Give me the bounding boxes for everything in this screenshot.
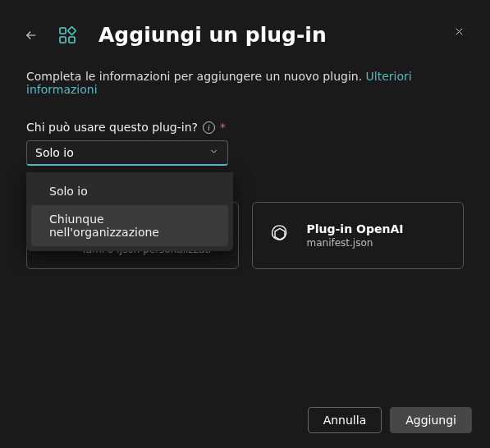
close-icon xyxy=(453,25,465,38)
app-plugin-icon xyxy=(57,25,77,45)
close-button[interactable] xyxy=(447,20,470,43)
required-indicator: * xyxy=(220,121,226,134)
dialog-title: Aggiungi un plug-in xyxy=(98,23,327,47)
permission-label: Chi può usare questo plug-in? i * xyxy=(26,121,464,134)
permission-label-text: Chi può usare questo plug-in? xyxy=(26,121,198,134)
cancel-button[interactable]: Annulla xyxy=(308,407,382,433)
chevron-down-icon xyxy=(208,146,219,159)
svg-rect-2 xyxy=(69,37,75,43)
arrow-left-icon xyxy=(24,28,39,43)
svg-rect-1 xyxy=(60,37,66,43)
intro-text: Completa le informazioni per aggiungere … xyxy=(26,70,464,96)
back-button[interactable] xyxy=(20,24,43,47)
card-subtitle: manifest.json xyxy=(307,237,404,249)
dropdown-option-org[interactable]: Chiunque nell'organizzazione xyxy=(31,205,228,246)
dropdown-option-solo-io[interactable]: Solo io xyxy=(31,177,228,205)
svg-rect-0 xyxy=(60,28,66,34)
svg-rect-3 xyxy=(68,26,76,34)
card-title: Plug-in OpenAI xyxy=(307,222,404,235)
permission-select[interactable]: Solo io xyxy=(26,140,228,166)
permission-selected-value: Solo io xyxy=(35,146,74,159)
permission-dropdown: Solo io Chiunque nell'organizzazione xyxy=(26,172,233,251)
openai-icon xyxy=(264,220,295,251)
submit-button[interactable]: Aggiungi xyxy=(390,407,472,433)
plugin-card-openai[interactable]: Plug-in OpenAI manifest.json xyxy=(252,202,465,269)
info-icon[interactable]: i xyxy=(203,121,215,134)
intro-main: Completa le informazioni per aggiungere … xyxy=(26,70,362,83)
